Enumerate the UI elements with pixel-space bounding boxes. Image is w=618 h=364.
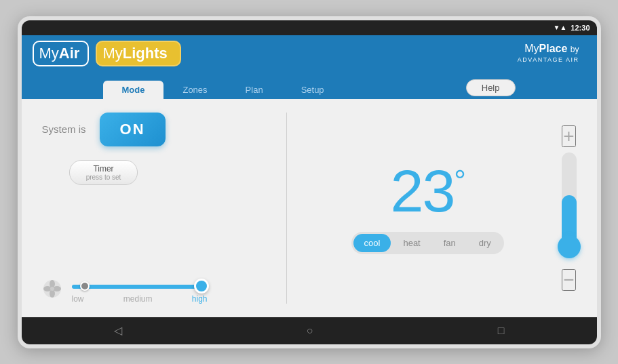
fan-speed-fill (72, 285, 208, 289)
timer-label: Timer (86, 164, 121, 174)
myair-logo[interactable]: My Air (33, 41, 90, 66)
temperature-section: 23° cool heat fan dry (307, 161, 548, 254)
tab-mode[interactable]: Mode (103, 81, 164, 99)
svg-point-5 (50, 287, 54, 291)
speed-medium: medium (123, 294, 153, 304)
temperature-display: 23° (390, 161, 465, 221)
status-time: 12:30 (571, 24, 590, 32)
temp-increase-button[interactable]: + (562, 125, 575, 147)
fan-speed-section: low medium high (42, 278, 266, 304)
mylights-my: My (102, 45, 122, 62)
logo-group: My Air My Lights (33, 41, 181, 66)
temp-value: 23 (390, 157, 454, 224)
mode-fan-button[interactable]: fan (433, 234, 467, 252)
upper-section: System is ON Timer press to set (42, 113, 166, 185)
myair-my: My (39, 45, 59, 62)
mylights-logo[interactable]: My Lights (96, 41, 180, 66)
power-on-button[interactable]: ON (100, 113, 166, 146)
myair-air: Air (59, 45, 80, 62)
speed-labels: low medium high (72, 294, 208, 304)
system-row: System is ON (42, 113, 166, 146)
right-panel: 23° cool heat fan dry + − (287, 113, 577, 304)
tab-zones[interactable]: Zones (163, 81, 226, 99)
brand-by: by (571, 45, 579, 54)
main-content: System is ON Timer press to set (22, 99, 597, 317)
nav-tabs-bar: Mode Zones Plan Setup Help (22, 72, 597, 99)
left-panel: System is ON Timer press to set (42, 113, 287, 304)
bottom-nav: ◁ ○ □ (22, 317, 597, 344)
myplace-my: My (524, 43, 539, 54)
myplace-place: Place (539, 43, 568, 54)
mode-buttons: cool heat fan dry (351, 232, 504, 254)
fan-icon (42, 279, 62, 303)
brand-text: MyPlace by ADVANTAGE AIR (518, 42, 586, 64)
timer-sublabel: press to set (86, 174, 121, 181)
temp-decrease-button[interactable]: − (562, 269, 575, 291)
recents-nav-button[interactable]: □ (498, 325, 505, 337)
fan-speed-thumb-high[interactable] (194, 279, 209, 294)
status-bar: ▼▲ 12:30 (22, 20, 597, 35)
fan-svg (42, 279, 62, 299)
tab-setup[interactable]: Setup (282, 81, 343, 99)
brand-advantage: ADVANTAGE AIR (518, 56, 579, 64)
brand-myplace: MyPlace by (518, 42, 579, 56)
speed-high: high (192, 294, 208, 304)
fan-speed-track[interactable] (72, 285, 208, 289)
wifi-icon: ▼▲ (554, 24, 567, 31)
thermometer-bulb (558, 235, 581, 258)
thermometer-track (562, 153, 577, 247)
mylights-lights: Lights (123, 45, 168, 62)
timer-button[interactable]: Timer press to set (69, 160, 138, 185)
tab-plan[interactable]: Plan (227, 81, 282, 99)
speed-low: low (72, 294, 84, 304)
system-label: System is (42, 123, 86, 135)
degree-symbol: ° (454, 164, 465, 197)
mode-cool-button[interactable]: cool (353, 234, 391, 252)
thermometer-section: + − (562, 125, 577, 291)
home-nav-button[interactable]: ○ (307, 325, 313, 337)
mode-dry-button[interactable]: dry (468, 234, 502, 252)
fan-speed-slider-container: low medium high (72, 278, 266, 304)
tablet-device: ▼▲ 12:30 My Air My Lights MyPlace by ADV… (18, 16, 601, 348)
back-nav-button[interactable]: ◁ (114, 324, 122, 337)
help-button[interactable]: Help (466, 79, 516, 96)
mode-heat-button[interactable]: heat (392, 234, 431, 252)
fan-speed-thumb-low[interactable] (80, 281, 90, 291)
header: My Air My Lights MyPlace by ADVANTAGE AI… (22, 35, 597, 72)
